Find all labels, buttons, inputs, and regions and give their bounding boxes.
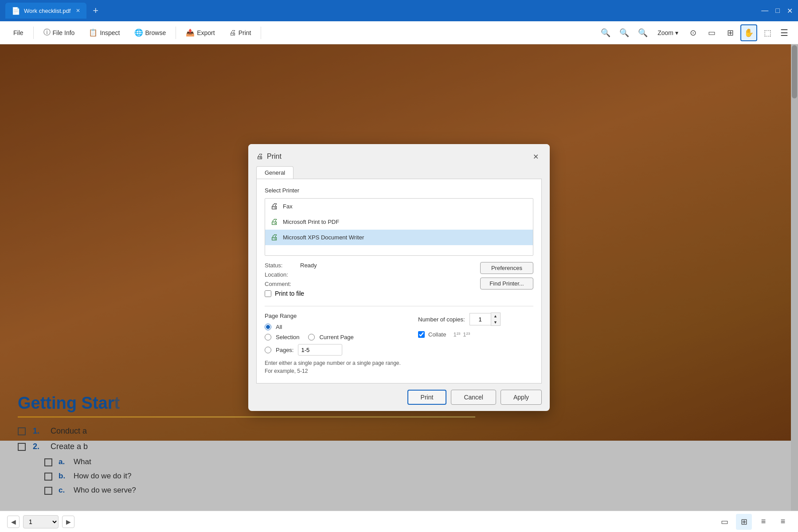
print-menu[interactable]: 🖨 Print xyxy=(223,26,258,39)
print-dialog: 🖨 Print ✕ General Select Printer 🖨 Fax xyxy=(248,144,550,411)
inspect-label: Inspect xyxy=(100,29,120,36)
close-window-button[interactable]: ✕ xyxy=(787,7,793,15)
collate-checkbox[interactable] xyxy=(418,331,425,338)
print-label: Print xyxy=(239,29,251,36)
zoom-label: Zoom xyxy=(657,29,673,36)
page-range-hint: Enter either a single page number or a s… xyxy=(265,359,409,375)
new-tab-button[interactable]: + xyxy=(93,5,98,16)
file-menu[interactable]: File xyxy=(7,27,30,39)
location-label: Location: xyxy=(265,271,296,278)
menu-bar: File ⓘ File Info 📋 Inspect 🌐 Browse 📤 Ex… xyxy=(0,21,798,44)
export-icon: 📤 xyxy=(186,28,195,37)
selection-row: Selection xyxy=(265,334,299,340)
dialog-close-button[interactable]: ✕ xyxy=(529,150,542,163)
comment-row: Comment: xyxy=(265,281,469,287)
menu-separator-3 xyxy=(261,27,261,39)
find-printer-button[interactable]: Find Printer... xyxy=(480,278,533,289)
collate-icon-2: 1²³ xyxy=(463,331,470,338)
tab-general[interactable]: General xyxy=(256,166,293,179)
printer-name-fax: Fax xyxy=(283,203,293,210)
multi-page-button[interactable]: ⊞ xyxy=(722,24,739,41)
printer-info-section: Status: Ready Location: Comment: xyxy=(265,262,533,300)
zoom-dropdown[interactable]: Zoom ▾ xyxy=(653,27,683,38)
print-dialog-icon: 🖨 xyxy=(256,153,263,160)
pages-row: Pages: xyxy=(265,344,409,356)
pages-input[interactable] xyxy=(298,344,342,356)
maximize-button[interactable]: □ xyxy=(775,7,780,15)
export-menu[interactable]: 📤 Export xyxy=(180,26,221,39)
all-pages-radio[interactable] xyxy=(265,324,271,330)
navigation-button[interactable]: ⊙ xyxy=(685,24,701,41)
printer-list[interactable]: 🖨 Fax 🖨 Microsoft Print to PDF 🖨 Microso… xyxy=(265,198,533,256)
pages-radio[interactable] xyxy=(265,347,271,353)
zoom-out-button[interactable]: 🔍 xyxy=(616,24,633,41)
tab-close-button[interactable]: ✕ xyxy=(76,8,80,14)
collate-icon-1: 1²³ xyxy=(453,331,460,338)
selection-radio[interactable] xyxy=(265,334,271,340)
copies-input[interactable] xyxy=(469,313,491,325)
bottom-layout2-button[interactable]: ≡ xyxy=(775,514,791,530)
pdf-printer-icon: 🖨 xyxy=(270,217,278,227)
collate-row: Collate 1²³ 1²³ xyxy=(418,331,533,338)
copies-decrement-button[interactable]: ▼ xyxy=(491,319,500,325)
file-info-menu[interactable]: ⓘ File Info xyxy=(37,25,81,40)
hamburger-menu-icon[interactable]: ☰ xyxy=(778,25,791,41)
hand-tool-button[interactable]: ✋ xyxy=(740,24,757,41)
file-info-label: File Info xyxy=(53,29,75,36)
copies-increment-button[interactable]: ▲ xyxy=(491,313,500,319)
printer-item-fax[interactable]: 🖨 Fax xyxy=(265,199,533,214)
dialog-footer: Print Cancel Apply xyxy=(248,383,550,411)
inspect-menu[interactable]: 📋 Inspect xyxy=(82,26,126,39)
bottom-single-page-button[interactable]: ▭ xyxy=(716,514,732,530)
status-value: Ready xyxy=(300,262,317,269)
apply-button[interactable]: Apply xyxy=(501,390,542,405)
page-range-copies-section: Page Range All Selection xyxy=(265,313,533,375)
copies-row: Number of copies: ▲ ▼ xyxy=(418,313,533,326)
print-to-file-label: Print to file xyxy=(275,290,304,297)
printer-info-fields: Status: Ready Location: Comment: xyxy=(265,262,469,300)
file-menu-label: File xyxy=(13,29,23,36)
printer-info-buttons: Preferences Find Printer... xyxy=(480,262,533,289)
bottom-layout1-button[interactable]: ≡ xyxy=(755,514,771,530)
next-page-button[interactable]: ▶ xyxy=(62,516,74,528)
spinner-buttons: ▲ ▼ xyxy=(491,313,501,326)
dialog-title-text: Print xyxy=(267,153,282,160)
preferences-button[interactable]: Preferences xyxy=(480,262,533,274)
browse-menu[interactable]: 🌐 Browse xyxy=(128,26,172,39)
dialog-overlay: 🖨 Print ✕ General Select Printer 🖨 Fax xyxy=(0,44,798,511)
select-tool-button[interactable]: ⬚ xyxy=(759,24,776,41)
page-select[interactable]: 1 xyxy=(23,515,59,528)
search-button[interactable]: 🔍 xyxy=(597,24,614,41)
title-bar: 📄 Work checklist.pdf ✕ + — □ ✕ xyxy=(0,0,798,21)
printer-item-pdf[interactable]: 🖨 Microsoft Print to PDF xyxy=(265,214,533,230)
bottom-multi-page-button[interactable]: ⊞ xyxy=(736,514,752,530)
xps-printer-icon: 🖨 xyxy=(270,233,278,242)
page-range-section: Page Range All Selection xyxy=(265,313,409,375)
export-label: Export xyxy=(197,29,215,36)
dialog-body: Select Printer 🖨 Fax 🖨 Microsoft Print t… xyxy=(256,179,542,383)
window-controls: — □ ✕ xyxy=(761,7,793,15)
prev-page-button[interactable]: ◀ xyxy=(7,516,20,528)
current-page-radio[interactable] xyxy=(308,334,315,340)
copies-label: Number of copies: xyxy=(418,316,465,323)
single-page-button[interactable]: ▭ xyxy=(703,24,720,41)
pdf-file-icon: 📄 xyxy=(12,7,20,15)
print-icon: 🖨 xyxy=(229,29,236,37)
minimize-button[interactable]: — xyxy=(761,7,768,15)
active-tab[interactable]: 📄 Work checklist.pdf ✕ xyxy=(5,3,86,19)
collate-icons: 1²³ 1²³ xyxy=(453,331,470,338)
print-button[interactable]: Print xyxy=(407,390,447,405)
cancel-button[interactable]: Cancel xyxy=(451,390,496,405)
dialog-tabs: General xyxy=(248,166,550,179)
select-printer-label: Select Printer xyxy=(265,187,533,194)
print-to-file-checkbox[interactable] xyxy=(265,290,271,297)
info-icon: ⓘ xyxy=(43,28,51,37)
selection-label: Selection xyxy=(276,334,299,340)
status-label: Status: xyxy=(265,262,296,269)
page-range-label: Page Range xyxy=(265,313,409,319)
collate-label: Collate xyxy=(428,331,446,338)
status-row: Status: Ready xyxy=(265,262,469,269)
zoom-in-button[interactable]: 🔍 xyxy=(634,24,651,41)
current-page-row: Current Page xyxy=(308,334,353,340)
printer-item-xps[interactable]: 🖨 Microsoft XPS Document Writer xyxy=(265,230,533,245)
